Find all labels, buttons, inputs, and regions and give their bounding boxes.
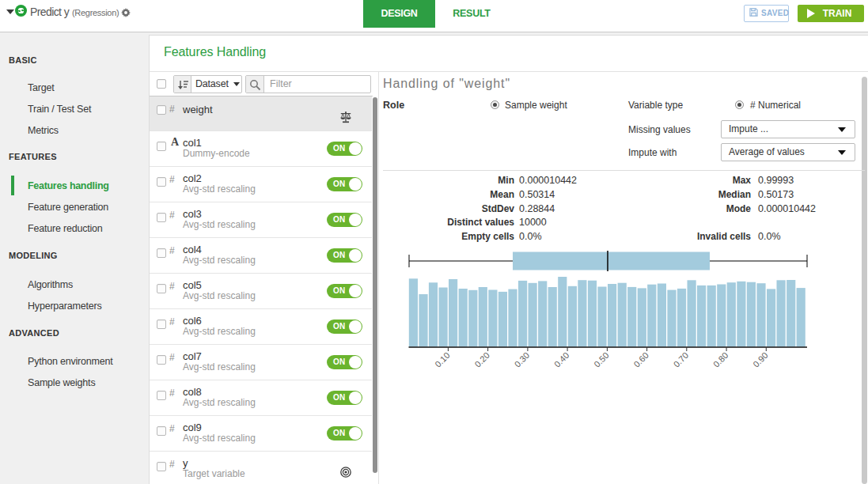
svg-text:0.10: 0.10 [433,350,452,369]
svg-text:0.20: 0.20 [472,350,491,369]
svg-text:0.80: 0.80 [711,350,730,369]
svg-text:0.90: 0.90 [751,350,770,369]
svg-text:0.60: 0.60 [631,350,650,369]
svg-text:0.30: 0.30 [513,350,532,369]
svg-text:0.40: 0.40 [552,350,571,369]
svg-text:0.70: 0.70 [672,350,691,369]
svg-text:0.50: 0.50 [592,350,611,369]
